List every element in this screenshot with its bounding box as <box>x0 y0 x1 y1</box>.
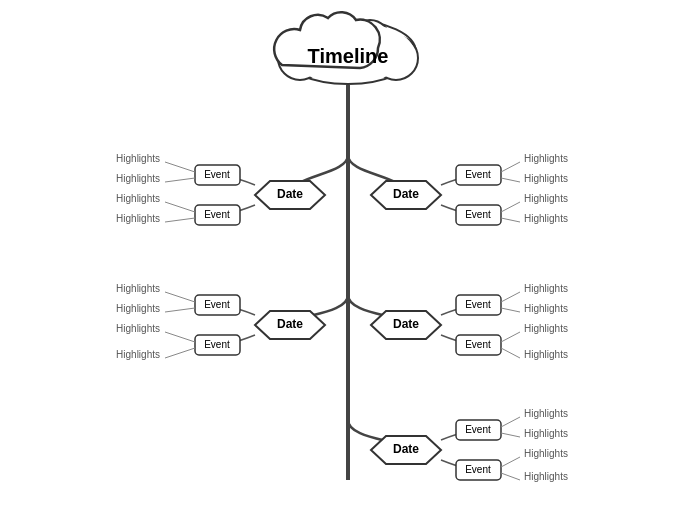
hl-line-tl-2-1 <box>165 202 195 212</box>
hl-line-ml-2-1 <box>165 332 195 342</box>
hl-line-tr-1-1 <box>501 162 520 172</box>
hl-line-br-1-1 <box>501 417 520 427</box>
hl-line-tl-1-2 <box>165 178 195 182</box>
event-label-ml-2: Event <box>204 339 230 350</box>
event-label-tl-1: Event <box>204 169 230 180</box>
hl-tl-1-1: Highlights <box>116 153 160 164</box>
svg-text:Date: Date <box>393 317 419 331</box>
hl-line-tl-1-1 <box>165 162 195 172</box>
hl-tr-2-2: Highlights <box>524 213 568 224</box>
svg-text:Date: Date <box>393 187 419 201</box>
hl-line-ml-2-2 <box>165 348 195 358</box>
event-label-tr-2: Event <box>465 209 491 220</box>
hl-line-tl-2-2 <box>165 218 195 222</box>
event-label-br-2: Event <box>465 464 491 475</box>
hl-br-2-2: Highlights <box>524 471 568 482</box>
hl-tl-2-2: Highlights <box>116 213 160 224</box>
date-node-bot-right: Date <box>371 436 441 464</box>
hl-mr-2-1: Highlights <box>524 323 568 334</box>
hl-line-br-2-2 <box>501 473 520 480</box>
hl-line-ml-1-2 <box>165 308 195 312</box>
event-label-ml-1: Event <box>204 299 230 310</box>
hl-mr-2-2: Highlights <box>524 349 568 360</box>
event-label-tr-1: Event <box>465 169 491 180</box>
date-node-mid-right: Date <box>371 311 441 339</box>
hl-line-mr-2-2 <box>501 348 520 358</box>
hl-line-tr-2-1 <box>501 202 520 212</box>
hl-ml-2-1: Highlights <box>116 323 160 334</box>
hl-line-br-1-2 <box>501 433 520 437</box>
hl-line-tr-2-2 <box>501 218 520 222</box>
svg-text:Date: Date <box>277 317 303 331</box>
hl-ml-1-2: Highlights <box>116 303 160 314</box>
date-node-top-right: Date <box>371 181 441 209</box>
cloud-node: Timeline <box>274 12 418 84</box>
hl-line-tr-1-2 <box>501 178 520 182</box>
hl-br-1-1: Highlights <box>524 408 568 419</box>
hl-line-mr-1-2 <box>501 308 520 312</box>
hl-br-1-2: Highlights <box>524 428 568 439</box>
hl-ml-2-2: Highlights <box>116 349 160 360</box>
svg-text:Date: Date <box>277 187 303 201</box>
hl-br-2-1: Highlights <box>524 448 568 459</box>
hl-mr-1-1: Highlights <box>524 283 568 294</box>
hl-tl-2-1: Highlights <box>116 193 160 204</box>
hl-mr-1-2: Highlights <box>524 303 568 314</box>
event-label-mr-1: Event <box>465 299 491 310</box>
hl-line-br-2-1 <box>501 457 520 467</box>
hl-line-mr-2-1 <box>501 332 520 342</box>
hl-tr-1-1: Highlights <box>524 153 568 164</box>
hl-line-ml-1-1 <box>165 292 195 302</box>
hl-tr-1-2: Highlights <box>524 173 568 184</box>
event-label-mr-2: Event <box>465 339 491 350</box>
timeline-diagram: Timeline Date Event Event Highlights Hig… <box>0 0 697 520</box>
hl-line-mr-1-1 <box>501 292 520 302</box>
svg-text:Date: Date <box>393 442 419 456</box>
date-node-mid-left: Date <box>255 311 325 339</box>
date-node-top-left: Date <box>255 181 325 209</box>
hl-tr-2-1: Highlights <box>524 193 568 204</box>
hl-ml-1-1: Highlights <box>116 283 160 294</box>
hl-tl-1-2: Highlights <box>116 173 160 184</box>
event-label-br-1: Event <box>465 424 491 435</box>
cloud-title: Timeline <box>308 45 389 67</box>
event-label-tl-2: Event <box>204 209 230 220</box>
